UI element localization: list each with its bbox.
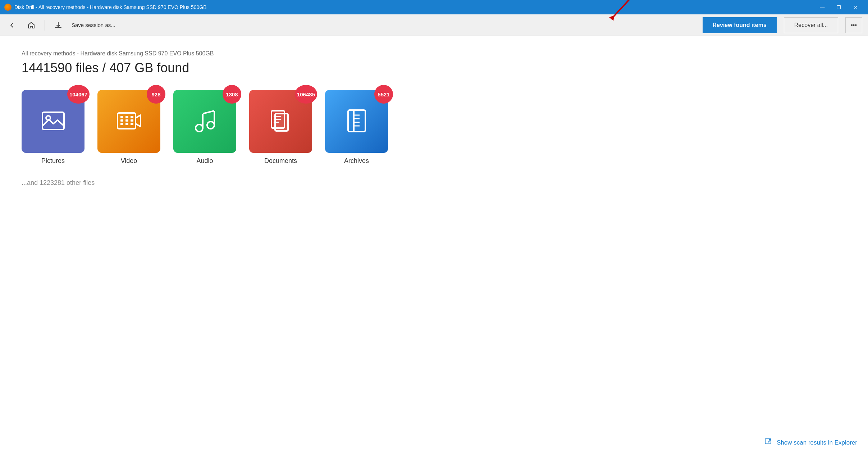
file-type-cards-row: 104067 Pictures 928 [22, 90, 846, 165]
svg-line-18 [203, 111, 214, 114]
card-documents[interactable]: 106485 [249, 90, 312, 153]
svg-point-14 [196, 124, 203, 132]
card-label-pictures: Pictures [41, 157, 65, 165]
svg-rect-13 [131, 123, 133, 125]
card-wrapper-video[interactable]: 928 [97, 90, 160, 165]
save-session-label: Save session as... [72, 22, 115, 28]
toolbar: Save session as... Review found items Re… [0, 14, 868, 36]
svg-rect-5 [120, 116, 123, 118]
card-label-documents: Documents [264, 157, 297, 165]
badge-archives: 5521 [374, 85, 393, 104]
badge-video: 928 [147, 85, 165, 104]
toolbar-right: Review found items [703, 17, 777, 33]
card-label-archives: Archives [344, 157, 369, 165]
card-wrapper-pictures[interactable]: 104067 Pictures [22, 90, 84, 165]
footer-bar: Show scan results in Explorer [754, 430, 868, 455]
audio-icon [191, 106, 219, 137]
document-icon [266, 106, 295, 137]
card-audio[interactable]: 1308 [173, 90, 236, 153]
svg-rect-24 [348, 110, 365, 132]
card-archives[interactable]: 5521 [325, 90, 388, 153]
recover-all-button[interactable]: Recover all... [784, 17, 838, 33]
files-found-title: 1441590 files / 407 GB found [22, 60, 846, 76]
show-explorer-icon [764, 437, 773, 448]
card-label-audio: Audio [196, 157, 213, 165]
download-button[interactable] [52, 19, 64, 31]
svg-point-15 [207, 122, 214, 129]
card-wrapper-audio[interactable]: 1308 Audio [173, 90, 236, 165]
other-files-text: ...and 1223281 other files [22, 179, 846, 187]
svg-marker-1 [609, 15, 614, 21]
more-options-button[interactable]: ••• [845, 17, 862, 33]
badge-audio: 1308 [223, 85, 241, 104]
video-icon [115, 106, 143, 137]
svg-rect-9 [125, 119, 128, 122]
close-button[interactable]: ✕ [847, 0, 864, 14]
badge-documents: 106485 [295, 85, 317, 104]
archive-icon [342, 106, 371, 137]
home-button[interactable] [25, 19, 37, 31]
svg-rect-11 [120, 123, 123, 125]
svg-rect-10 [131, 119, 133, 122]
card-pictures[interactable]: 104067 [22, 90, 84, 153]
card-video[interactable]: 928 [97, 90, 160, 153]
main-content: All recovery methods - Hardware disk Sam… [0, 36, 868, 201]
show-scan-results-link[interactable]: Show scan results in Explorer [777, 439, 857, 446]
review-found-items-button[interactable]: Review found items [703, 17, 777, 33]
app-icon [4, 4, 12, 11]
svg-rect-8 [120, 119, 123, 122]
card-label-video: Video [121, 157, 137, 165]
scan-subtitle: All recovery methods - Hardware disk Sam… [22, 50, 846, 57]
card-wrapper-documents[interactable]: 106485 Documents [249, 90, 312, 165]
window-title: Disk Drill - All recovery methods - Hard… [14, 4, 811, 10]
toolbar-divider-1 [45, 20, 45, 31]
picture-icon [39, 106, 68, 137]
maximize-button[interactable]: ❐ [831, 0, 847, 14]
svg-rect-6 [125, 116, 128, 118]
svg-rect-2 [42, 112, 64, 129]
title-bar: Disk Drill - All recovery methods - Hard… [0, 0, 868, 14]
save-session-link[interactable]: Save session as... [72, 22, 115, 28]
svg-rect-12 [125, 123, 128, 125]
card-wrapper-archives[interactable]: 5521 Archives [325, 90, 388, 165]
minimize-button[interactable]: — [814, 0, 831, 14]
badge-pictures: 104067 [67, 85, 90, 104]
window-controls: — ❐ ✕ [814, 0, 864, 14]
back-button[interactable] [6, 19, 18, 31]
svg-rect-7 [131, 116, 133, 118]
